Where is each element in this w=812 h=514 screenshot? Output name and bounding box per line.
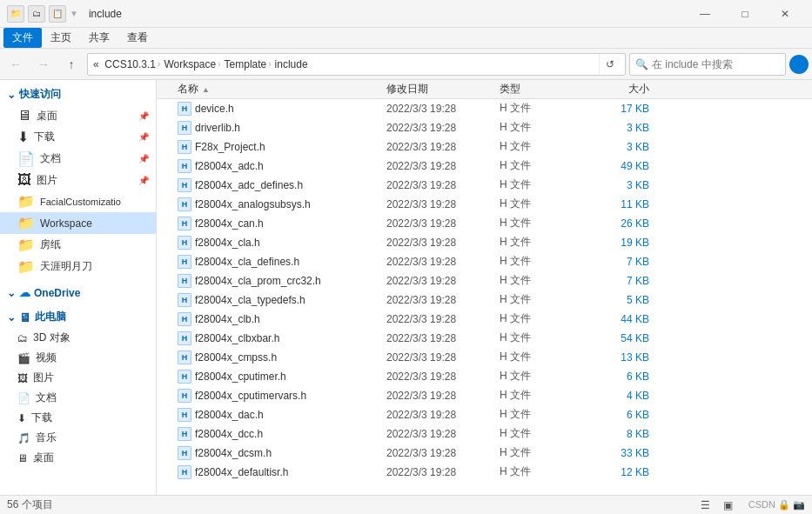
view-icons-button[interactable]: ▣ bbox=[719, 497, 738, 513]
file-type: H 文件 bbox=[500, 330, 587, 345]
col-header-type[interactable]: 类型 bbox=[500, 82, 587, 97]
file-row[interactable]: H f28004x_cla.h 2022/3/3 19:28 H 文件 19 K… bbox=[157, 233, 812, 252]
col-header-name[interactable]: 名称 ▲ bbox=[160, 82, 386, 97]
file-date: 2022/3/3 19:28 bbox=[386, 179, 500, 191]
file-name: f28004x_cmpss.h bbox=[195, 351, 386, 364]
breadcrumb-template[interactable]: Template › bbox=[225, 58, 272, 70]
menu-file[interactable]: 文件 bbox=[3, 28, 42, 48]
file-date: 2022/3/3 19:28 bbox=[386, 447, 500, 459]
sidebar-item-wallpaper[interactable]: 📁 房纸 bbox=[0, 234, 156, 256]
file-list: H device.h 2022/3/3 19:28 H 文件 17 KB H d… bbox=[157, 99, 812, 495]
menu-share[interactable]: 共享 bbox=[80, 28, 118, 48]
back-button[interactable]: ← bbox=[3, 52, 28, 77]
file-row[interactable]: H f28004x_cla_prom_crc32.h 2022/3/3 19:2… bbox=[157, 271, 812, 290]
breadcrumb-workspace[interactable]: Workspace › bbox=[164, 58, 220, 70]
pictures2-icon: 🖼 bbox=[17, 372, 28, 384]
search-bar[interactable]: 🔍 bbox=[629, 53, 786, 76]
close-button[interactable]: ✕ bbox=[765, 0, 805, 28]
sidebar-item-music[interactable]: 🎵 音乐 bbox=[0, 428, 156, 448]
file-row[interactable]: H f28004x_cputimer.h 2022/3/3 19:28 H 文件… bbox=[157, 367, 812, 386]
file-name: f28004x_dcsm.h bbox=[195, 447, 386, 459]
file-type: H 文件 bbox=[500, 197, 587, 211]
menu-view[interactable]: 查看 bbox=[118, 28, 157, 48]
sidebar-label-tianya: 天涯明月刀 bbox=[40, 259, 92, 274]
file-date: 2022/3/3 19:28 bbox=[386, 332, 500, 344]
sidebar-section-onedrive[interactable]: ⌄ ☁ OneDrive bbox=[0, 283, 156, 303]
sidebar-item-3dobjects[interactable]: 🗂 3D 对象 bbox=[0, 328, 156, 348]
thispc-label: 此电脑 bbox=[35, 310, 66, 324]
sidebar-item-downloads2[interactable]: ⬇ 下载 bbox=[0, 408, 156, 428]
file-row[interactable]: H f28004x_cmpss.h 2022/3/3 19:28 H 文件 13… bbox=[157, 348, 812, 367]
search-input[interactable] bbox=[652, 58, 782, 70]
file-row[interactable]: H f28004x_analogsubsys.h 2022/3/3 19:28 … bbox=[157, 195, 812, 214]
breadcrumb-ccs[interactable]: « CCS10.3.1 › bbox=[93, 58, 160, 70]
sidebar-item-desktop[interactable]: 🖥 桌面 📌 bbox=[0, 105, 156, 126]
up-button[interactable]: ↑ bbox=[59, 52, 84, 77]
file-row[interactable]: H f28004x_clbxbar.h 2022/3/3 19:28 H 文件 … bbox=[157, 329, 812, 348]
file-name: f28004x_defaultisr.h bbox=[195, 466, 386, 478]
sidebar-section-quick-access[interactable]: ⌄ 快速访问 bbox=[0, 83, 156, 105]
file-type: H 文件 bbox=[500, 235, 587, 250]
file-type: H 文件 bbox=[500, 254, 587, 269]
col-header-size[interactable]: 大小 bbox=[587, 82, 656, 97]
file-row[interactable]: H f28004x_cputimervars.h 2022/3/3 19:28 … bbox=[157, 386, 812, 405]
breadcrumb-include[interactable]: include bbox=[275, 58, 308, 70]
title-bar-dropdown-arrow[interactable]: ▼ bbox=[70, 9, 78, 18]
desktop-icon: 🖥 bbox=[17, 108, 31, 123]
file-type: H 文件 bbox=[500, 464, 587, 479]
sidebar-section-thispc[interactable]: ⌄ 🖥 此电脑 bbox=[0, 306, 156, 328]
file-row[interactable]: H f28004x_dcsm.h 2022/3/3 19:28 H 文件 33 … bbox=[157, 444, 812, 463]
address-bar[interactable]: « CCS10.3.1 › Workspace › Template › inc… bbox=[87, 53, 626, 76]
forward-button[interactable]: → bbox=[31, 52, 56, 77]
h-file-icon: H bbox=[178, 178, 191, 192]
file-size: 33 KB bbox=[587, 447, 656, 459]
file-size: 3 KB bbox=[587, 122, 656, 134]
sidebar-item-pictures[interactable]: 🖼 图片 📌 bbox=[0, 170, 156, 190]
sidebar-item-documents[interactable]: 📄 文档 📌 bbox=[0, 148, 156, 170]
file-type: H 文件 bbox=[500, 273, 587, 288]
file-row[interactable]: H f28004x_can.h 2022/3/3 19:28 H 文件 26 K… bbox=[157, 214, 812, 233]
file-name: f28004x_cla.h bbox=[195, 237, 386, 249]
sidebar-item-videos[interactable]: 🎬 视频 bbox=[0, 348, 156, 368]
file-row[interactable]: H driverlib.h 2022/3/3 19:28 H 文件 3 KB bbox=[157, 118, 812, 137]
file-name: f28004x_cla_defines.h bbox=[195, 256, 386, 268]
menu-home[interactable]: 主页 bbox=[42, 28, 80, 48]
file-date: 2022/3/3 19:28 bbox=[386, 409, 500, 421]
sidebar-item-workspace[interactable]: 📁 Workspace bbox=[0, 212, 156, 234]
file-name: f28004x_analogsubsys.h bbox=[195, 198, 386, 210]
maximize-button[interactable]: □ bbox=[725, 0, 765, 28]
watermark: CSDN 🔒 📷 bbox=[748, 499, 805, 511]
file-row[interactable]: H f28004x_dcc.h 2022/3/3 19:28 H 文件 8 KB bbox=[157, 424, 812, 444]
sidebar-item-documents2[interactable]: 📄 文档 bbox=[0, 388, 156, 408]
view-details-button[interactable]: ☰ bbox=[696, 497, 715, 513]
window-controls: — □ ✕ bbox=[685, 0, 805, 28]
sidebar-item-tianya[interactable]: 📁 天涯明月刀 bbox=[0, 256, 156, 277]
file-row[interactable]: H f28004x_clb.h 2022/3/3 19:28 H 文件 44 K… bbox=[157, 310, 812, 329]
file-row[interactable]: H f28004x_adc_defines.h 2022/3/3 19:28 H… bbox=[157, 176, 812, 195]
file-size: 7 KB bbox=[587, 275, 656, 287]
sidebar-item-downloads[interactable]: ⬇ 下载 📌 bbox=[0, 126, 156, 148]
sidebar-item-facial[interactable]: 📁 FacialCustomizatio bbox=[0, 190, 156, 212]
refresh-button[interactable]: ↺ bbox=[599, 54, 620, 75]
h-file-icon: H bbox=[178, 370, 191, 384]
h-file-icon: H bbox=[178, 446, 191, 460]
sidebar-item-desktop2[interactable]: 🖥 桌面 bbox=[0, 448, 156, 468]
file-row[interactable]: H device.h 2022/3/3 19:28 H 文件 17 KB bbox=[157, 99, 812, 118]
col-header-date[interactable]: 修改日期 bbox=[386, 82, 500, 97]
file-row[interactable]: H f28004x_cla_typedefs.h 2022/3/3 19:28 … bbox=[157, 290, 812, 310]
file-name: F28x_Project.h bbox=[195, 141, 386, 153]
sidebar-label-desktop2: 桌面 bbox=[33, 451, 54, 465]
file-row[interactable]: H F28x_Project.h 2022/3/3 19:28 H 文件 3 K… bbox=[157, 137, 812, 157]
file-row[interactable]: H f28004x_cla_defines.h 2022/3/3 19:28 H… bbox=[157, 252, 812, 271]
minimize-button[interactable]: — bbox=[685, 0, 725, 28]
sidebar-item-pictures2[interactable]: 🖼 图片 bbox=[0, 368, 156, 388]
sidebar-label-videos: 视频 bbox=[36, 350, 57, 365]
file-type: H 文件 bbox=[500, 177, 587, 192]
file-name: f28004x_clb.h bbox=[195, 313, 386, 325]
file-name: f28004x_cputimer.h bbox=[195, 370, 386, 383]
file-row[interactable]: H f28004x_dac.h 2022/3/3 19:28 H 文件 6 KB bbox=[157, 405, 812, 424]
file-row[interactable]: H f28004x_defaultisr.h 2022/3/3 19:28 H … bbox=[157, 463, 812, 482]
file-row[interactable]: H f28004x_adc.h 2022/3/3 19:28 H 文件 49 K… bbox=[157, 157, 812, 176]
help-button[interactable] bbox=[789, 55, 809, 74]
file-size: 17 KB bbox=[587, 103, 656, 115]
